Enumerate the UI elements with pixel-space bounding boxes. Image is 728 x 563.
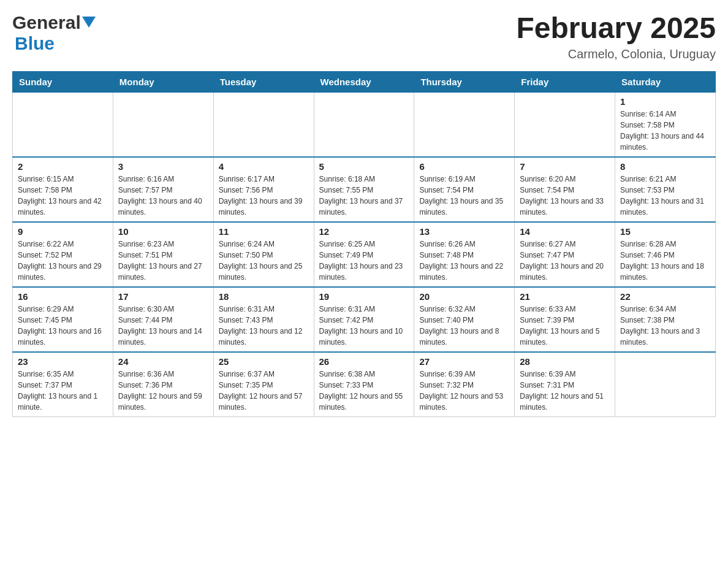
- day-info: Sunrise: 6:22 AM Sunset: 7:52 PM Dayligh…: [18, 239, 108, 283]
- day-info: Sunrise: 6:18 AM Sunset: 7:55 PM Dayligh…: [319, 174, 409, 218]
- calendar-cell: [615, 352, 716, 417]
- calendar-cell: 21Sunrise: 6:33 AM Sunset: 7:39 PM Dayli…: [515, 287, 615, 352]
- calendar-week-2: 2Sunrise: 6:15 AM Sunset: 7:58 PM Daylig…: [13, 157, 716, 222]
- month-title: February 2025: [516, 12, 716, 45]
- day-info: Sunrise: 6:38 AM Sunset: 7:33 PM Dayligh…: [319, 369, 409, 413]
- day-number: 8: [620, 161, 710, 172]
- svg-marker-0: [82, 17, 96, 28]
- calendar-cell: [113, 92, 213, 157]
- calendar-cell: 2Sunrise: 6:15 AM Sunset: 7:58 PM Daylig…: [13, 157, 113, 222]
- day-number: 2: [18, 161, 108, 172]
- calendar-cell: [13, 92, 113, 157]
- calendar-cell: 10Sunrise: 6:23 AM Sunset: 7:51 PM Dayli…: [113, 222, 213, 287]
- day-number: 3: [118, 161, 208, 172]
- calendar-header-row: SundayMondayTuesdayWednesdayThursdayFrid…: [13, 71, 716, 92]
- calendar-cell: 20Sunrise: 6:32 AM Sunset: 7:40 PM Dayli…: [414, 287, 515, 352]
- day-number: 24: [118, 356, 208, 367]
- calendar-cell: 22Sunrise: 6:34 AM Sunset: 7:38 PM Dayli…: [615, 287, 716, 352]
- day-info: Sunrise: 6:23 AM Sunset: 7:51 PM Dayligh…: [118, 239, 208, 283]
- calendar-cell: 19Sunrise: 6:31 AM Sunset: 7:42 PM Dayli…: [314, 287, 414, 352]
- day-number: 19: [319, 291, 409, 302]
- calendar-cell: 4Sunrise: 6:17 AM Sunset: 7:56 PM Daylig…: [213, 157, 314, 222]
- calendar-cell: 3Sunrise: 6:16 AM Sunset: 7:57 PM Daylig…: [113, 157, 213, 222]
- day-info: Sunrise: 6:15 AM Sunset: 7:58 PM Dayligh…: [18, 174, 108, 218]
- calendar-cell: [515, 92, 615, 157]
- calendar-cell: [414, 92, 515, 157]
- calendar-table: SundayMondayTuesdayWednesdayThursdayFrid…: [12, 71, 716, 417]
- day-number: 1: [620, 96, 710, 107]
- day-number: 21: [520, 291, 610, 302]
- day-number: 9: [18, 226, 108, 237]
- logo-blue-text: Blue: [15, 33, 55, 54]
- calendar-cell: 5Sunrise: 6:18 AM Sunset: 7:55 PM Daylig…: [314, 157, 414, 222]
- day-number: 18: [219, 291, 309, 302]
- day-info: Sunrise: 6:30 AM Sunset: 7:44 PM Dayligh…: [118, 304, 208, 348]
- day-number: 17: [118, 291, 208, 302]
- day-number: 16: [18, 291, 108, 302]
- day-number: 13: [419, 226, 509, 237]
- location-text: Carmelo, Colonia, Uruguay: [516, 47, 716, 61]
- day-number: 7: [520, 161, 610, 172]
- day-info: Sunrise: 6:14 AM Sunset: 7:58 PM Dayligh…: [620, 109, 710, 153]
- day-number: 12: [319, 226, 409, 237]
- day-number: 6: [419, 161, 509, 172]
- day-info: Sunrise: 6:32 AM Sunset: 7:40 PM Dayligh…: [419, 304, 509, 348]
- day-number: 10: [118, 226, 208, 237]
- day-info: Sunrise: 6:26 AM Sunset: 7:48 PM Dayligh…: [419, 239, 509, 283]
- calendar-cell: [213, 92, 314, 157]
- day-info: Sunrise: 6:16 AM Sunset: 7:57 PM Dayligh…: [118, 174, 208, 218]
- day-number: 26: [319, 356, 409, 367]
- calendar-cell: 25Sunrise: 6:37 AM Sunset: 7:35 PM Dayli…: [213, 352, 314, 417]
- calendar-cell: 18Sunrise: 6:31 AM Sunset: 7:43 PM Dayli…: [213, 287, 314, 352]
- day-number: 22: [620, 291, 710, 302]
- calendar-cell: 23Sunrise: 6:35 AM Sunset: 7:37 PM Dayli…: [13, 352, 113, 417]
- day-info: Sunrise: 6:20 AM Sunset: 7:54 PM Dayligh…: [520, 174, 610, 218]
- calendar-cell: 9Sunrise: 6:22 AM Sunset: 7:52 PM Daylig…: [13, 222, 113, 287]
- calendar-header-wednesday: Wednesday: [314, 71, 414, 92]
- calendar-header-friday: Friday: [515, 71, 615, 92]
- day-number: 20: [419, 291, 509, 302]
- day-info: Sunrise: 6:36 AM Sunset: 7:36 PM Dayligh…: [118, 369, 208, 413]
- calendar-cell: 14Sunrise: 6:27 AM Sunset: 7:47 PM Dayli…: [515, 222, 615, 287]
- calendar-header-sunday: Sunday: [13, 71, 113, 92]
- calendar-cell: 13Sunrise: 6:26 AM Sunset: 7:48 PM Dayli…: [414, 222, 515, 287]
- day-info: Sunrise: 6:39 AM Sunset: 7:31 PM Dayligh…: [520, 369, 610, 413]
- day-info: Sunrise: 6:21 AM Sunset: 7:53 PM Dayligh…: [620, 174, 710, 218]
- calendar-cell: 26Sunrise: 6:38 AM Sunset: 7:33 PM Dayli…: [314, 352, 414, 417]
- day-number: 14: [520, 226, 610, 237]
- day-info: Sunrise: 6:27 AM Sunset: 7:47 PM Dayligh…: [520, 239, 610, 283]
- day-number: 28: [520, 356, 610, 367]
- logo-triangle-icon: [82, 17, 96, 29]
- calendar-week-4: 16Sunrise: 6:29 AM Sunset: 7:45 PM Dayli…: [13, 287, 716, 352]
- day-number: 25: [219, 356, 309, 367]
- day-number: 4: [219, 161, 309, 172]
- day-number: 15: [620, 226, 710, 237]
- day-info: Sunrise: 6:31 AM Sunset: 7:43 PM Dayligh…: [219, 304, 309, 348]
- calendar-cell: 28Sunrise: 6:39 AM Sunset: 7:31 PM Dayli…: [515, 352, 615, 417]
- calendar-cell: [314, 92, 414, 157]
- day-info: Sunrise: 6:17 AM Sunset: 7:56 PM Dayligh…: [219, 174, 309, 218]
- calendar-cell: 6Sunrise: 6:19 AM Sunset: 7:54 PM Daylig…: [414, 157, 515, 222]
- day-info: Sunrise: 6:24 AM Sunset: 7:50 PM Dayligh…: [219, 239, 309, 283]
- day-info: Sunrise: 6:34 AM Sunset: 7:38 PM Dayligh…: [620, 304, 710, 348]
- calendar-cell: 15Sunrise: 6:28 AM Sunset: 7:46 PM Dayli…: [615, 222, 716, 287]
- calendar-cell: 1Sunrise: 6:14 AM Sunset: 7:58 PM Daylig…: [615, 92, 716, 157]
- day-info: Sunrise: 6:28 AM Sunset: 7:46 PM Dayligh…: [620, 239, 710, 283]
- title-block: February 2025 Carmelo, Colonia, Uruguay: [516, 12, 716, 61]
- day-number: 27: [419, 356, 509, 367]
- day-info: Sunrise: 6:39 AM Sunset: 7:32 PM Dayligh…: [419, 369, 509, 413]
- logo-general-text: General: [12, 12, 81, 33]
- day-info: Sunrise: 6:19 AM Sunset: 7:54 PM Dayligh…: [419, 174, 509, 218]
- day-number: 5: [319, 161, 409, 172]
- day-info: Sunrise: 6:31 AM Sunset: 7:42 PM Dayligh…: [319, 304, 409, 348]
- calendar-cell: 11Sunrise: 6:24 AM Sunset: 7:50 PM Dayli…: [213, 222, 314, 287]
- day-number: 11: [219, 226, 309, 237]
- day-info: Sunrise: 6:37 AM Sunset: 7:35 PM Dayligh…: [219, 369, 309, 413]
- page-header: General Blue February 2025 Carmelo, Colo…: [12, 12, 716, 61]
- calendar-week-3: 9Sunrise: 6:22 AM Sunset: 7:52 PM Daylig…: [13, 222, 716, 287]
- day-info: Sunrise: 6:29 AM Sunset: 7:45 PM Dayligh…: [18, 304, 108, 348]
- calendar-cell: 24Sunrise: 6:36 AM Sunset: 7:36 PM Dayli…: [113, 352, 213, 417]
- calendar-cell: 16Sunrise: 6:29 AM Sunset: 7:45 PM Dayli…: [13, 287, 113, 352]
- calendar-cell: 12Sunrise: 6:25 AM Sunset: 7:49 PM Dayli…: [314, 222, 414, 287]
- day-info: Sunrise: 6:33 AM Sunset: 7:39 PM Dayligh…: [520, 304, 610, 348]
